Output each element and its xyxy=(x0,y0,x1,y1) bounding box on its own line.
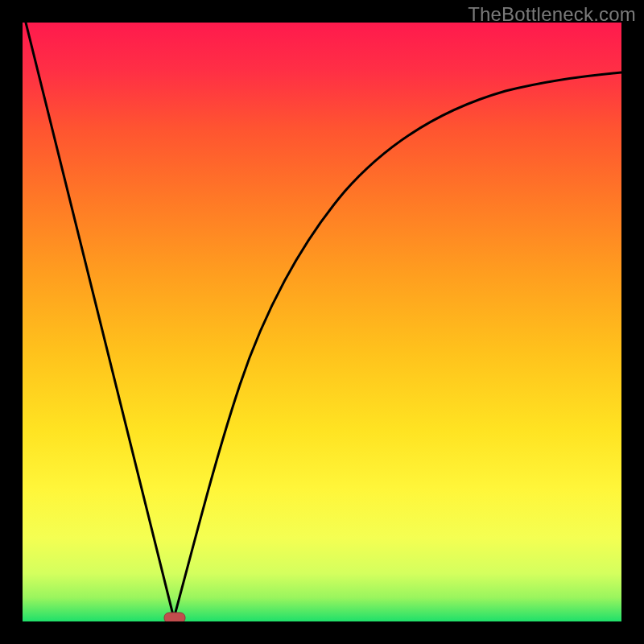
min-marker xyxy=(164,613,185,621)
gradient-background xyxy=(23,23,621,621)
chart-svg xyxy=(23,23,621,621)
plot-area xyxy=(23,23,621,621)
